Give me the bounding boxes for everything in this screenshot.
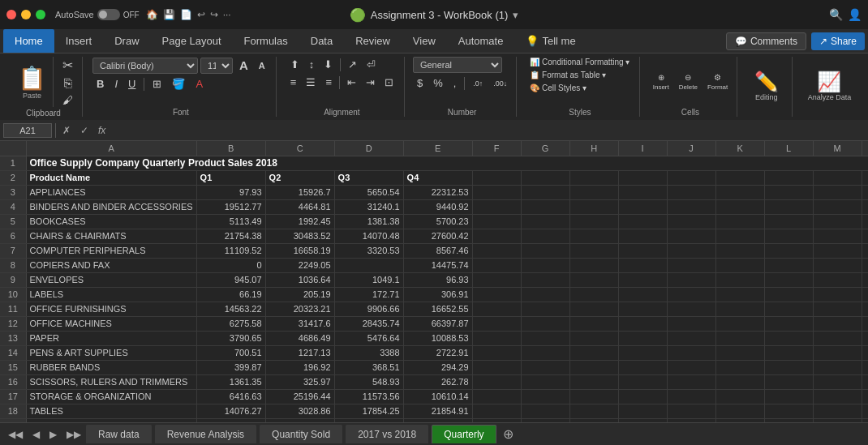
table-cell[interactable] bbox=[764, 374, 813, 389]
row-header[interactable]: 14 bbox=[0, 345, 26, 360]
row-header[interactable]: 1 bbox=[0, 156, 26, 170]
copy-button[interactable]: ⎘ bbox=[60, 75, 75, 92]
table-cell[interactable]: 6416.63 bbox=[196, 389, 265, 404]
italic-button[interactable]: I bbox=[110, 76, 122, 92]
table-cell[interactable] bbox=[667, 302, 715, 316]
table-cell[interactable] bbox=[813, 360, 862, 374]
table-cell[interactable] bbox=[813, 170, 862, 185]
table-cell[interactable] bbox=[521, 185, 569, 199]
table-cell[interactable]: LABELS bbox=[26, 287, 196, 302]
col-header-M[interactable]: M bbox=[813, 141, 862, 156]
table-cell[interactable] bbox=[472, 287, 521, 302]
table-cell[interactable] bbox=[472, 302, 521, 316]
table-cell[interactable] bbox=[715, 199, 764, 214]
table-cell[interactable]: 9906.66 bbox=[334, 302, 403, 316]
table-cell[interactable] bbox=[618, 199, 667, 214]
row-header[interactable]: 9 bbox=[0, 272, 26, 287]
table-cell[interactable] bbox=[569, 345, 618, 360]
row-header[interactable]: 16 bbox=[0, 374, 26, 389]
table-cell[interactable] bbox=[667, 243, 715, 258]
table-cell[interactable]: 22312.53 bbox=[403, 185, 472, 199]
table-cell[interactable]: 1049.1 bbox=[334, 272, 403, 287]
formula-input[interactable] bbox=[112, 123, 865, 138]
sheet-tab-2017-vs-2018[interactable]: 2017 vs 2018 bbox=[346, 425, 428, 443]
table-cell[interactable] bbox=[569, 243, 618, 258]
table-cell[interactable] bbox=[862, 229, 868, 243]
col-header-H[interactable]: H bbox=[569, 141, 618, 156]
editing-button[interactable]: ✏️ Editing bbox=[747, 67, 786, 105]
table-cell[interactable]: 20323.21 bbox=[265, 302, 334, 316]
table-cell[interactable] bbox=[472, 170, 521, 185]
confirm-formula-icon[interactable]: ✓ bbox=[77, 125, 92, 136]
table-cell[interactable] bbox=[472, 199, 521, 214]
indent-dec-button[interactable]: ⇤ bbox=[343, 75, 360, 90]
table-cell[interactable] bbox=[618, 229, 667, 243]
table-cell[interactable] bbox=[569, 272, 618, 287]
row-header[interactable]: 17 bbox=[0, 389, 26, 404]
table-cell[interactable]: COMPUTER PERIPHERALS bbox=[26, 243, 196, 258]
cut-button[interactable]: ✂ bbox=[60, 57, 75, 74]
table-cell[interactable] bbox=[764, 199, 813, 214]
table-cell[interactable]: 16652.55 bbox=[403, 302, 472, 316]
table-cell[interactable]: 325.97 bbox=[265, 374, 334, 389]
font-shrink-button[interactable]: A bbox=[255, 59, 269, 72]
table-cell[interactable]: Q2 bbox=[265, 170, 334, 185]
table-cell[interactable]: 31417.6 bbox=[265, 316, 334, 331]
table-cell[interactable] bbox=[618, 272, 667, 287]
col-header-E[interactable]: E bbox=[403, 141, 472, 156]
tab-page-layout[interactable]: Page Layout bbox=[151, 29, 233, 53]
row-header[interactable]: 7 bbox=[0, 243, 26, 258]
row-header[interactable]: 10 bbox=[0, 287, 26, 302]
row-header[interactable]: 3 bbox=[0, 185, 26, 199]
table-cell[interactable] bbox=[667, 199, 715, 214]
table-cell[interactable] bbox=[715, 287, 764, 302]
table-cell[interactable]: Q3 bbox=[334, 170, 403, 185]
tab-insert[interactable]: Insert bbox=[54, 29, 104, 53]
table-cell[interactable] bbox=[569, 258, 618, 272]
autosave-toggle[interactable] bbox=[97, 9, 120, 20]
tab-home[interactable]: Home bbox=[3, 29, 54, 53]
table-cell[interactable] bbox=[569, 214, 618, 229]
table-cell[interactable]: 1361.35 bbox=[196, 374, 265, 389]
table-cell[interactable]: 30483.52 bbox=[265, 229, 334, 243]
tab-view[interactable]: View bbox=[402, 29, 447, 53]
col-header-K[interactable]: K bbox=[715, 141, 764, 156]
align-top-button[interactable]: ⬆ bbox=[286, 57, 303, 72]
table-cell[interactable] bbox=[813, 331, 862, 345]
align-left-button[interactable]: ≡ bbox=[286, 75, 301, 90]
table-cell[interactable] bbox=[715, 374, 764, 389]
tab-next-button[interactable]: ▶ bbox=[45, 427, 62, 442]
table-cell[interactable]: 1036.64 bbox=[265, 272, 334, 287]
table-cell[interactable] bbox=[813, 345, 862, 360]
table-cell[interactable] bbox=[521, 404, 569, 418]
table-cell[interactable] bbox=[667, 374, 715, 389]
table-cell[interactable] bbox=[813, 316, 862, 331]
table-cell[interactable] bbox=[715, 272, 764, 287]
table-cell[interactable] bbox=[813, 258, 862, 272]
table-cell[interactable]: 3320.53 bbox=[334, 243, 403, 258]
table-cell[interactable] bbox=[715, 331, 764, 345]
table-cell[interactable] bbox=[667, 316, 715, 331]
table-cell[interactable] bbox=[569, 389, 618, 404]
align-middle-button[interactable]: ↕ bbox=[305, 57, 319, 72]
table-cell[interactable] bbox=[862, 272, 868, 287]
table-cell[interactable] bbox=[569, 185, 618, 199]
save-icon[interactable]: 💾 bbox=[163, 9, 175, 20]
grid-scroll[interactable]: A B C D E F G H I J K L M bbox=[0, 141, 868, 422]
undo-icon[interactable]: ↩ bbox=[197, 9, 205, 20]
table-cell[interactable] bbox=[813, 272, 862, 287]
table-cell[interactable] bbox=[715, 316, 764, 331]
table-cell[interactable]: 10610.14 bbox=[403, 389, 472, 404]
table-cell[interactable]: 5700.23 bbox=[403, 214, 472, 229]
table-cell[interactable]: 96.93 bbox=[403, 272, 472, 287]
table-cell[interactable] bbox=[569, 316, 618, 331]
table-cell[interactable]: SCISSORS, RULERS AND TRIMMERS bbox=[26, 374, 196, 389]
table-cell[interactable] bbox=[521, 243, 569, 258]
table-cell[interactable] bbox=[764, 229, 813, 243]
table-cell[interactable] bbox=[521, 331, 569, 345]
save2-icon[interactable]: 📄 bbox=[180, 9, 192, 20]
table-cell[interactable] bbox=[569, 331, 618, 345]
col-header-A[interactable]: A bbox=[26, 141, 196, 156]
table-cell[interactable] bbox=[618, 404, 667, 418]
table-cell[interactable]: 1217.13 bbox=[265, 345, 334, 360]
